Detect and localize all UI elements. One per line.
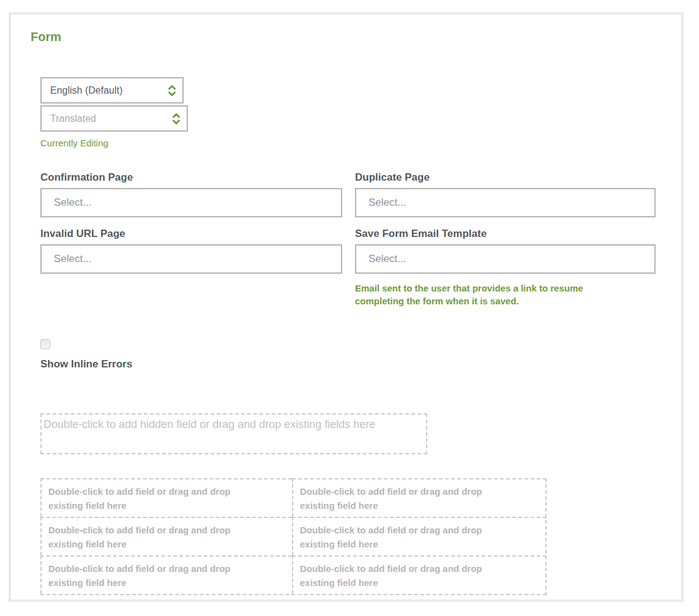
language-default-select[interactable]: English (Default) xyxy=(40,77,184,103)
select-arrows-icon xyxy=(168,84,176,97)
save-form-help-text: Email sent to the user that provides a l… xyxy=(355,282,595,307)
show-inline-errors-checkbox[interactable] xyxy=(40,339,50,349)
form-settings-fields: Confirmation Page Select... Duplicate Pa… xyxy=(40,171,681,307)
confirmation-page-label: Confirmation Page xyxy=(40,171,342,184)
duplicate-page-select[interactable]: Select... xyxy=(355,188,656,217)
field-dropzone-text: Double-click to add field or drag and dr… xyxy=(48,484,264,513)
confirmation-page-placeholder: Select... xyxy=(54,197,91,209)
field-dropzone[interactable]: Double-click to add field or drag and dr… xyxy=(292,517,547,555)
field-dropzone[interactable]: Double-click to add field or drag and dr… xyxy=(292,555,547,594)
invalid-url-page-label: Invalid URL Page xyxy=(40,228,342,240)
field-duplicate-page: Duplicate Page Select... xyxy=(355,171,656,217)
language-translated-select[interactable]: Translated xyxy=(40,105,188,132)
form-settings-panel: Form English (Default) Translated xyxy=(9,12,684,602)
field-dropzone-text: Double-click to add field or drag and dr… xyxy=(300,562,515,590)
field-invalid-url-page: Invalid URL Page Select... xyxy=(40,228,342,307)
select-arrows-icon xyxy=(172,112,181,126)
invalid-url-page-placeholder: Select... xyxy=(54,253,91,265)
duplicate-page-label: Duplicate Page xyxy=(355,171,656,184)
currently-editing-label: Currently Editing xyxy=(40,138,681,148)
duplicate-page-placeholder: Select... xyxy=(368,197,406,209)
save-form-email-template-label: Save Form Email Template xyxy=(355,228,656,240)
language-translated-placeholder: Translated xyxy=(50,113,96,124)
language-default-value: English (Default) xyxy=(50,85,122,96)
show-inline-errors-option: Show Inline Errors xyxy=(40,339,681,370)
page-title: Form xyxy=(31,29,681,44)
field-dropzone-text: Double-click to add field or drag and dr… xyxy=(300,523,515,551)
field-dropzone[interactable]: Double-click to add field or drag and dr… xyxy=(292,478,547,517)
field-dropzone[interactable]: Double-click to add field or drag and dr… xyxy=(40,517,292,555)
field-dropzone-text: Double-click to add field or drag and dr… xyxy=(48,523,264,551)
field-dropzone-text: Double-click to add field or drag and dr… xyxy=(300,484,515,513)
save-form-email-template-placeholder: Select... xyxy=(368,253,406,265)
hidden-field-dropzone[interactable]: Double-click to add hidden field or drag… xyxy=(40,413,427,454)
show-inline-errors-label: Show Inline Errors xyxy=(40,358,681,370)
field-confirmation-page: Confirmation Page Select... xyxy=(40,171,342,217)
confirmation-page-select[interactable]: Select... xyxy=(40,188,342,217)
save-form-email-template-select[interactable]: Select... xyxy=(355,244,656,274)
hidden-field-dropzone-text: Double-click to add hidden field or drag… xyxy=(43,417,422,432)
field-dropzone[interactable]: Double-click to add field or drag and dr… xyxy=(40,478,292,517)
language-selector: English (Default) Translated Currently E… xyxy=(40,77,681,148)
field-dropzone-text: Double-click to add field or drag and dr… xyxy=(48,562,264,590)
field-dropzone-grid: Double-click to add field or drag and dr… xyxy=(40,478,547,595)
field-save-form-email-template: Save Form Email Template Select... Email… xyxy=(355,228,656,307)
invalid-url-page-select[interactable]: Select... xyxy=(40,244,342,274)
field-dropzone[interactable]: Double-click to add field or drag and dr… xyxy=(40,555,292,594)
